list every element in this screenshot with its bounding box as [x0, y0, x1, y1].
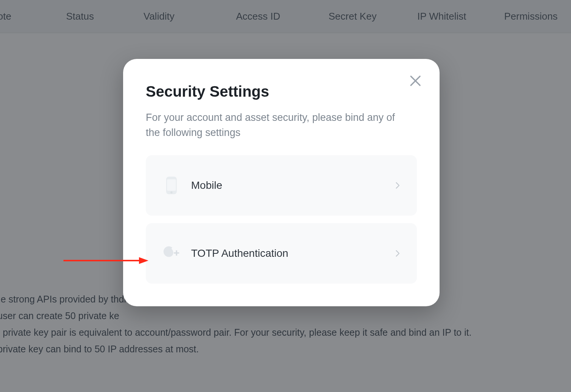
chevron-right-icon	[394, 181, 402, 190]
chevron-right-icon	[394, 249, 402, 258]
option-mobile[interactable]: Mobile	[146, 155, 417, 216]
option-totp[interactable]: TOTP Authentication	[146, 223, 417, 284]
security-option-list: Mobile TOTP Authentication	[146, 155, 417, 284]
mobile-icon	[161, 175, 182, 196]
modal-description: For your account and asset security, ple…	[146, 110, 410, 140]
option-label: TOTP Authentication	[191, 247, 394, 259]
close-button[interactable]	[409, 74, 422, 88]
modal-title: Security Settings	[146, 83, 417, 100]
security-settings-modal: Security Settings For your account and a…	[123, 59, 440, 306]
svg-rect-6	[174, 252, 179, 254]
svg-point-4	[170, 191, 173, 194]
option-label: Mobile	[191, 179, 394, 191]
google-plus-icon	[161, 243, 182, 264]
close-icon	[409, 74, 422, 88]
svg-rect-3	[167, 179, 176, 191]
